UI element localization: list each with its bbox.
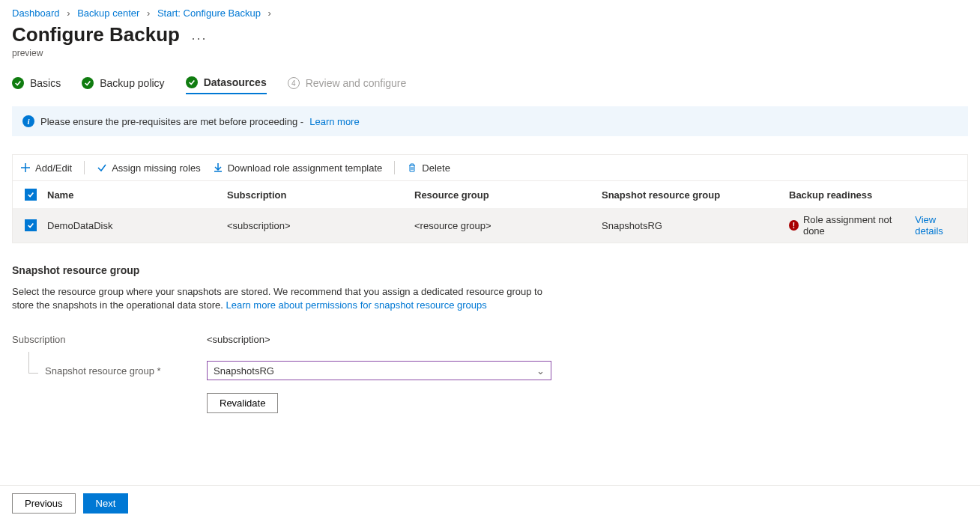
info-icon: i — [22, 115, 34, 127]
divider — [84, 161, 85, 174]
toolbar-label: Add/Edit — [35, 162, 72, 174]
chevron-right-icon: › — [268, 7, 271, 19]
trash-icon — [407, 162, 417, 173]
revalidate-button[interactable]: Revalidate — [207, 393, 278, 413]
step-number-icon: 4 — [288, 77, 300, 89]
step-review: 4 Review and configure — [288, 77, 407, 94]
col-snapshot-rg: Snapshot resource group — [597, 183, 784, 207]
cell-resource-group: <resource group> — [410, 214, 597, 237]
col-subscription: Subscription — [223, 183, 410, 207]
step-label: Backup policy — [100, 77, 164, 89]
step-label: Datasources — [204, 76, 267, 88]
banner-learn-more-link[interactable]: Learn more — [309, 116, 359, 127]
col-resource-group: Resource group — [410, 183, 597, 207]
toolbar-label: Download role assignment template — [228, 162, 383, 174]
step-backup-policy[interactable]: Backup policy — [82, 77, 164, 94]
error-icon: ! — [789, 220, 799, 231]
step-basics[interactable]: Basics — [12, 77, 61, 94]
breadcrumb-dashboard[interactable]: Dashboard — [12, 7, 60, 19]
plus-icon — [20, 162, 31, 173]
step-datasources[interactable]: Datasources — [186, 76, 267, 94]
snapshot-form: Subscription <subscription> Snapshot res… — [12, 327, 968, 413]
chevron-right-icon: › — [147, 7, 150, 19]
chevron-right-icon: › — [67, 7, 70, 19]
snapshot-section: Snapshot resource group Select the resou… — [12, 264, 968, 413]
snapshot-learn-more-link[interactable]: Learn more about permissions for snapsho… — [226, 299, 486, 311]
cell-snapshot-rg: SnapshotsRG — [597, 214, 784, 237]
snapshot-heading: Snapshot resource group — [12, 264, 968, 276]
select-value: SnapshotsRG — [214, 365, 274, 377]
info-banner: i Please ensure the pre-requisites are m… — [12, 106, 968, 136]
check-icon — [186, 76, 198, 88]
snapshot-rg-select[interactable]: SnapshotsRG ⌄ — [207, 361, 551, 380]
datasources-grid: Name Subscription Resource group Snapsho… — [12, 180, 968, 243]
toolbar-label: Assign missing roles — [112, 162, 201, 174]
select-all-checkbox[interactable] — [25, 189, 37, 201]
breadcrumb-start-configure[interactable]: Start: Configure Backup — [157, 7, 261, 19]
add-edit-button[interactable]: Add/Edit — [20, 162, 72, 174]
chevron-down-icon: ⌄ — [536, 365, 545, 377]
more-actions-button[interactable]: ··· — [192, 31, 208, 46]
page-subtitle: preview — [12, 48, 968, 58]
view-details-link[interactable]: View details — [915, 214, 963, 237]
delete-button[interactable]: Delete — [407, 162, 450, 174]
download-icon — [213, 162, 223, 173]
check-icon — [97, 162, 107, 173]
grid-toolbar: Add/Edit Assign missing roles Download r… — [12, 154, 968, 180]
cell-subscription: <subscription> — [223, 214, 410, 237]
check-icon — [82, 77, 94, 89]
grid-header-row: Name Subscription Resource group Snapsho… — [13, 181, 967, 208]
toolbar-label: Delete — [422, 162, 450, 174]
table-row[interactable]: DemoDataDisk <subscription> <resource gr… — [13, 208, 967, 243]
banner-text: Please ensure the pre-requisites are met… — [40, 116, 303, 127]
cell-name: DemoDataDisk — [43, 214, 223, 237]
check-icon — [12, 77, 24, 89]
download-template-button[interactable]: Download role assignment template — [213, 162, 383, 174]
row-checkbox[interactable] — [25, 219, 37, 231]
subscription-value: <subscription> — [207, 334, 551, 345]
divider — [394, 161, 395, 174]
cell-readiness: ! Role assignment not done View details — [784, 208, 967, 243]
page-title: Configure Backup — [12, 23, 180, 46]
snapshot-rg-label: Snapshot resource group * — [12, 365, 207, 377]
wizard-steps: Basics Backup policy Datasources 4 Revie… — [12, 76, 968, 94]
breadcrumb-backup-center[interactable]: Backup center — [77, 7, 139, 19]
step-label: Review and configure — [306, 77, 407, 89]
col-name: Name — [43, 183, 223, 207]
step-label: Basics — [30, 77, 61, 89]
breadcrumb: Dashboard › Backup center › Start: Confi… — [12, 7, 968, 19]
assign-missing-roles-button[interactable]: Assign missing roles — [97, 162, 201, 174]
col-readiness: Backup readiness — [784, 183, 967, 207]
subscription-label: Subscription — [12, 334, 207, 345]
readiness-text: Role assignment not done — [803, 214, 907, 237]
